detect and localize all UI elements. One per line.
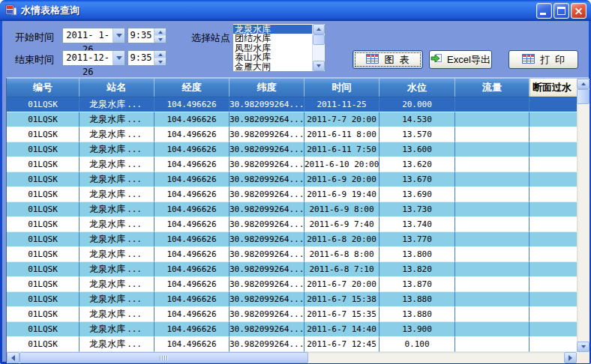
- table-cell: 龙泉水库...: [80, 202, 154, 217]
- station-option[interactable]: 泰山水库: [233, 52, 312, 61]
- table-cell: 13.900: [380, 322, 455, 337]
- end-time-spinner[interactable]: 9:35: [128, 50, 166, 66]
- chart-button[interactable]: 图 表: [352, 50, 423, 69]
- table-row[interactable]: 01LQSK龙泉水库...104.49662630.982099264...20…: [7, 142, 577, 157]
- table-cell: 龙泉水库...: [80, 307, 154, 322]
- chevron-down-icon: [158, 38, 163, 41]
- column-header[interactable]: 流量: [455, 79, 530, 97]
- table-row[interactable]: 01LQSK龙泉水库...104.49662630.982099264...20…: [7, 112, 577, 127]
- table-cell: 龙泉水库...: [80, 97, 154, 112]
- table-row[interactable]: 01LQSK龙泉水库...104.49662630.982099264...20…: [7, 322, 577, 337]
- chevron-down-icon: [158, 61, 163, 64]
- vertical-scrollbar[interactable]: [577, 79, 590, 352]
- table-cell: 30.982099264...: [230, 307, 304, 322]
- start-date-picker[interactable]: 2011- 1-26: [62, 28, 125, 43]
- minimize-icon: [540, 13, 546, 15]
- scroll-up-button[interactable]: [313, 24, 325, 34]
- table-cell: 01LQSK: [7, 97, 80, 112]
- table-row[interactable]: 01LQSK龙泉水库...104.49662630.982099264...20…: [7, 157, 577, 172]
- table-cell: 01LQSK: [7, 127, 80, 142]
- spin-up-button[interactable]: [154, 28, 166, 36]
- table-cell: 30.982099264...: [230, 127, 304, 142]
- table-cell: [530, 142, 577, 157]
- column-header[interactable]: 编号: [7, 79, 80, 97]
- column-header[interactable]: 时间: [304, 79, 380, 97]
- table-cell: 龙泉水库...: [80, 277, 154, 292]
- spin-down-button[interactable]: [154, 58, 166, 65]
- table-cell: 13.730: [380, 202, 455, 217]
- window-controls: [536, 3, 586, 19]
- end-time-spin-buttons: [154, 51, 166, 65]
- scroll-right-button[interactable]: [564, 352, 577, 363]
- scroll-up-button[interactable]: [577, 79, 590, 89]
- column-header[interactable]: 纬度: [230, 79, 304, 97]
- minimize-button[interactable]: [536, 3, 552, 19]
- chevron-up-icon: [158, 31, 163, 34]
- table-cell: 30.982099264...: [230, 112, 304, 127]
- column-header[interactable]: 断面过水: [530, 79, 577, 97]
- table-row[interactable]: 01LQSK龙泉水库...104.49662630.982099264...20…: [7, 292, 577, 307]
- horizontal-scrollbar[interactable]: [7, 352, 577, 363]
- station-option[interactable]: 金雁大闸: [233, 62, 312, 71]
- table-row[interactable]: 01LQSK龙泉水库...104.49662630.982099264...20…: [7, 247, 577, 262]
- end-date-picker[interactable]: 2011-12-26: [62, 50, 125, 66]
- table-cell: 01LQSK: [7, 142, 80, 157]
- station-listbox[interactable]: 龙泉水库团结水库凤型水库泰山水库金雁大闸: [232, 23, 326, 72]
- table-cell: 2011-6-11 8:00: [304, 127, 380, 142]
- table-cell: 2011-6-10 20:00: [304, 157, 380, 172]
- start-time-label: 开始时间: [15, 31, 54, 44]
- table-row[interactable]: 01LQSK龙泉水库...104.49662630.982099264...20…: [7, 337, 577, 352]
- print-button[interactable]: 打 印: [508, 50, 578, 69]
- table-cell: 13.620: [380, 157, 455, 172]
- close-button[interactable]: [571, 3, 586, 19]
- table-cell: 104.496626: [154, 277, 230, 292]
- station-option[interactable]: 团结水库: [233, 34, 312, 43]
- listbox-scrollbar[interactable]: [312, 24, 325, 71]
- table-cell: 104.496626: [154, 217, 230, 232]
- table-cell: 30.982099264...: [230, 322, 304, 337]
- column-header[interactable]: 水位: [380, 79, 455, 97]
- table-row[interactable]: 01LQSK龙泉水库...104.49662630.982099264...20…: [7, 217, 577, 232]
- excel-export-button[interactable]: Excel导出: [429, 50, 492, 69]
- table-cell: 2011-6-7 12:45: [304, 337, 380, 352]
- chevron-down-icon: [316, 64, 321, 67]
- excel-export-icon: [430, 54, 442, 66]
- start-time-spinner[interactable]: 9:35: [128, 28, 166, 43]
- table-row[interactable]: 01LQSK龙泉水库...104.49662630.982099264...20…: [7, 262, 577, 277]
- table-row[interactable]: 01LQSK龙泉水库...104.49662630.982099264...20…: [7, 172, 577, 187]
- scroll-left-button[interactable]: [7, 352, 20, 363]
- scrollbar-thumb[interactable]: [577, 89, 590, 104]
- table-cell: 104.496626: [154, 307, 230, 322]
- table-row[interactable]: 01LQSK龙泉水库...104.49662630.982099264...20…: [7, 187, 577, 202]
- table-row[interactable]: 01LQSK龙泉水库...104.49662630.982099264...20…: [7, 307, 577, 322]
- table-cell: [530, 307, 577, 322]
- table-cell: 104.496626: [154, 172, 230, 187]
- column-header[interactable]: 站名: [80, 79, 154, 97]
- table-cell: 30.982099264...: [230, 172, 304, 187]
- table-cell: 13.740: [380, 217, 455, 232]
- start-time-value: 9:35: [128, 28, 154, 43]
- table-row[interactable]: 01LQSK龙泉水库...104.49662630.982099264...20…: [7, 232, 577, 247]
- scrollbar-thumb[interactable]: [313, 34, 325, 45]
- spin-up-button[interactable]: [154, 51, 166, 58]
- table-row[interactable]: 01LQSK龙泉水库...104.49662630.982099264...20…: [7, 277, 577, 292]
- scroll-down-button[interactable]: [313, 61, 325, 71]
- table-row[interactable]: 01LQSK龙泉水库...104.49662630.982099264...20…: [7, 97, 577, 112]
- table-row[interactable]: 01LQSK龙泉水库...104.49662630.982099264...20…: [7, 202, 577, 217]
- column-header[interactable]: 经度: [154, 79, 230, 97]
- data-grid: 编号站名经度纬度时间水位流量断面过水 01LQSK龙泉水库...104.4966…: [6, 77, 589, 362]
- start-time-spin-buttons: [154, 28, 166, 43]
- table-cell: 104.496626: [154, 262, 230, 277]
- spin-down-button[interactable]: [154, 36, 166, 43]
- table-cell: [455, 337, 530, 352]
- table-cell: 龙泉水库...: [80, 247, 154, 262]
- table-row[interactable]: 01LQSK龙泉水库...104.49662630.982099264...20…: [7, 127, 577, 142]
- table-cell: 01LQSK: [7, 247, 80, 262]
- scrollbar-thumb[interactable]: [20, 352, 308, 363]
- scroll-down-button[interactable]: [577, 342, 590, 352]
- end-date-dropdown-button[interactable]: [112, 51, 124, 65]
- maximize-button[interactable]: [554, 3, 569, 19]
- start-date-dropdown-button[interactable]: [112, 28, 124, 43]
- table-cell: 龙泉水库...: [80, 142, 154, 157]
- chevron-up-icon: [158, 53, 163, 56]
